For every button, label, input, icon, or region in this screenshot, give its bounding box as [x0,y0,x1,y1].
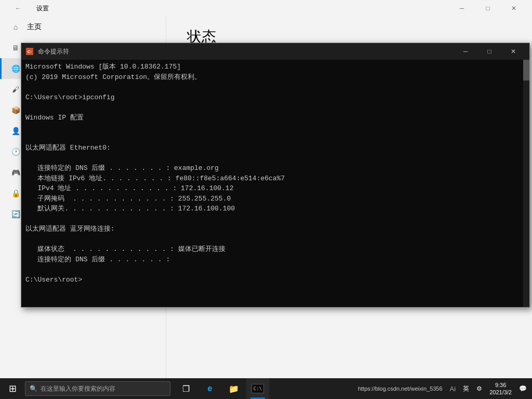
settings-maximize-button[interactable]: □ [476,0,500,17]
tray-language[interactable]: 英 [460,378,472,399]
settings-titlebar: ← 设置 ─ □ ✕ [0,0,532,17]
tray-settings[interactable]: ⚙ [473,378,485,399]
cmd-window: C: 命令提示符 ─ □ ✕ Microsoft Windows [版本 10.… [21,43,530,308]
cmd-icon-image: C: [26,48,33,55]
settings-back-button[interactable]: ← [6,0,30,17]
tray-date-text: 2021/3/2 [489,389,512,396]
accounts-icon: 👤 [10,126,21,136]
cmd-window-title: 命令提示符 [38,47,69,56]
tray-time-display: 9:36 2021/3/2 [489,381,512,396]
tray-notification[interactable]: 💬 [516,378,530,399]
taskbar-pinned-items: ❐ e 📁 C:\ [175,378,269,399]
settings-titlebar-left: ← 设置 [6,0,49,17]
time-icon: 🕐 [10,147,21,157]
cmd-output-area[interactable]: Microsoft Windows [版本 10.0.18362.175] (c… [21,60,529,307]
settings-minimize-button[interactable]: ─ [450,0,474,17]
sidebar-home-button[interactable]: ⌂ 主页 [0,17,166,37]
taskbar-edge[interactable]: e [198,378,221,399]
cmd-titlebar-left: C: 命令提示符 [25,47,69,56]
cmd-app-icon: C: [25,47,34,56]
taskbar: ⊞ 🔍 在这里输入你要搜索的内容 ❐ e 📁 C:\ https://blog.… [0,378,532,399]
cmd-minimize-button[interactable]: ─ [454,43,477,60]
cmd-output-text: Microsoft Windows [版本 10.0.18362.175] (c… [25,62,525,285]
tray-input-icon: Ai [450,385,456,393]
system-icon: 🖥 [10,43,21,53]
tray-url-item[interactable]: https://blog.csdn.net/weixin_5356 [355,378,446,399]
taskbar-task-view[interactable]: ❐ [175,378,197,399]
search-placeholder-text: 在这里输入你要搜索的内容 [41,384,115,393]
cmd-taskbar-icon: C:\ [251,384,264,393]
taskbar-search-box[interactable]: 🔍 在这里输入你要搜索的内容 [25,381,170,396]
tray-input-method[interactable]: Ai [447,378,459,399]
update-icon: 🔄 [10,209,21,219]
cmd-close-button[interactable]: ✕ [501,43,525,60]
task-view-icon: ❐ [182,384,190,394]
taskbar-cmd[interactable]: C:\ [246,378,269,399]
cmd-window-controls: ─ □ ✕ [454,43,525,60]
cmd-titlebar: C: 命令提示符 ─ □ ✕ [21,43,529,60]
taskbar-tray: https://blog.csdn.net/weixin_5356 Ai 英 ⚙… [355,378,532,399]
start-icon: ⊞ [9,383,17,394]
sidebar-home-label: 主页 [27,22,42,32]
cmd-maximize-button[interactable]: □ [477,43,501,60]
tray-time-text: 9:36 [495,381,506,389]
tray-url-text: https://blog.csdn.net/weixin_5356 [358,385,443,392]
search-icon: 🔍 [30,385,37,392]
settings-window-controls: ─ □ ✕ [450,0,526,17]
edge-icon: e [208,384,212,393]
settings-close-button[interactable]: ✕ [502,0,526,17]
personalization-icon: 🖌 [10,84,21,95]
tray-settings-icon: ⚙ [476,385,482,392]
cmd-scrollbar-thumb[interactable] [523,60,529,81]
network-icon: 🌐 [10,63,21,74]
explorer-icon: 📁 [229,384,239,394]
cmd-scrollbar[interactable] [523,60,529,307]
notification-icon: 💬 [519,385,527,392]
gaming-icon: 🎮 [10,167,21,178]
taskbar-explorer[interactable]: 📁 [222,378,245,399]
settings-window-title: 设置 [36,4,49,13]
tray-datetime[interactable]: 9:36 2021/3/2 [486,378,515,399]
privacy-icon: 🔒 [10,188,21,198]
start-button[interactable]: ⊞ [0,378,25,399]
home-icon: ⌂ [10,22,21,32]
apps-icon: 📦 [10,105,21,115]
tray-lang-text: 英 [463,384,469,393]
